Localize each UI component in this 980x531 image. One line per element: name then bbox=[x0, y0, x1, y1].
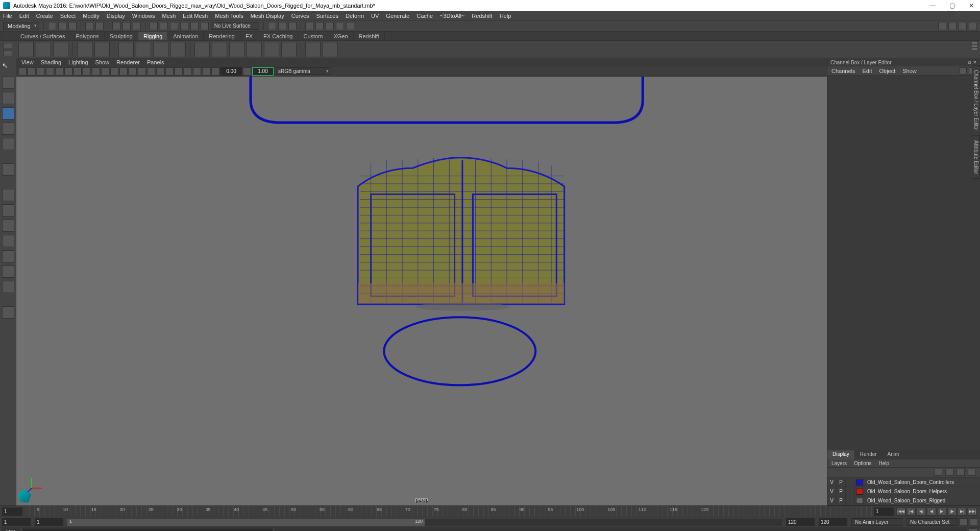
shelf-tab-redshift[interactable]: Redshift bbox=[354, 32, 385, 40]
layout-four-icon[interactable] bbox=[2, 204, 14, 216]
shelf-tab-fx[interactable]: FX bbox=[240, 32, 258, 40]
cb-menu-edit[interactable]: Edit bbox=[862, 68, 872, 74]
character-set-dropdown[interactable]: No Character Set bbox=[906, 518, 958, 526]
move-tool[interactable] bbox=[2, 107, 14, 119]
layer-menu-layers[interactable]: Layers bbox=[831, 461, 847, 466]
command-input[interactable] bbox=[22, 528, 273, 532]
saloon-doors-mesh[interactable] bbox=[358, 158, 565, 304]
exposure-value[interactable]: 0.00 bbox=[220, 67, 242, 76]
shaded-icon[interactable] bbox=[129, 67, 137, 76]
lattice-icon[interactable] bbox=[118, 42, 134, 57]
anim-start-field[interactable]: 1 bbox=[2, 518, 31, 526]
shelf-tab-polygons[interactable]: Polygons bbox=[70, 32, 104, 40]
cb-menu-channels[interactable]: Channels bbox=[831, 68, 855, 74]
xray-icon[interactable] bbox=[184, 67, 192, 76]
grid-toggle-icon[interactable] bbox=[55, 67, 63, 76]
range-handle[interactable] bbox=[67, 519, 425, 526]
play-backward-button[interactable]: ◀ bbox=[927, 508, 936, 516]
minimize-button[interactable]: — bbox=[929, 2, 936, 9]
menu-help[interactable]: Help bbox=[500, 13, 511, 19]
lasso-tool[interactable] bbox=[2, 77, 14, 89]
snap-grid-icon[interactable] bbox=[150, 22, 158, 30]
ik-spline-icon[interactable] bbox=[94, 42, 110, 57]
exposure-icon[interactable] bbox=[211, 67, 219, 76]
mirror-weights-icon[interactable] bbox=[264, 42, 279, 57]
step-back-key-button[interactable]: |◀ bbox=[906, 508, 916, 516]
layer-color-swatch[interactable] bbox=[856, 498, 863, 504]
open-scene-icon[interactable] bbox=[58, 22, 66, 30]
redo-icon[interactable] bbox=[95, 22, 104, 30]
rotate-tool[interactable] bbox=[2, 123, 14, 135]
render-frame-icon[interactable] bbox=[305, 22, 313, 30]
layer-type-toggle[interactable] bbox=[846, 478, 855, 487]
menu-curves[interactable]: Curves bbox=[291, 13, 309, 19]
menu-edit[interactable]: Edit bbox=[19, 13, 29, 19]
step-forward-frame-button[interactable]: |▶ bbox=[947, 508, 957, 516]
smooth-bind-icon[interactable] bbox=[194, 42, 210, 57]
step-forward-key-button[interactable]: ▶| bbox=[958, 508, 967, 516]
menu-display[interactable]: Display bbox=[107, 13, 125, 19]
menu-mesh[interactable]: Mesh bbox=[162, 13, 176, 19]
snap-live-icon[interactable] bbox=[190, 22, 199, 30]
workspace-mode-dropdown[interactable]: Modeling bbox=[3, 22, 39, 30]
ipr-render-icon[interactable] bbox=[315, 22, 324, 30]
safe-action-icon[interactable] bbox=[101, 67, 109, 76]
layout-custom-icon[interactable] bbox=[2, 306, 14, 319]
safe-title-icon[interactable] bbox=[110, 67, 118, 76]
auto-key-icon[interactable] bbox=[960, 518, 968, 526]
maximize-button[interactable]: ▢ bbox=[948, 2, 955, 9]
copy-weights-icon[interactable] bbox=[281, 42, 297, 57]
menu-modify[interactable]: Modify bbox=[83, 13, 99, 19]
use-lights-icon[interactable] bbox=[147, 67, 155, 76]
toggle-channelbox-icon[interactable] bbox=[938, 22, 946, 30]
select-tool[interactable]: ↖ bbox=[2, 61, 14, 74]
rigid-bind-icon[interactable] bbox=[212, 42, 227, 57]
cluster-icon[interactable] bbox=[136, 42, 151, 57]
panel-menu-lighting[interactable]: Lighting bbox=[68, 59, 88, 65]
viewport[interactable]: persp bbox=[16, 77, 827, 505]
layer-menu-help[interactable]: Help bbox=[878, 461, 889, 466]
layer-type-toggle[interactable] bbox=[846, 496, 855, 505]
detach-skin-icon[interactable] bbox=[229, 42, 244, 57]
side-tab-attribute-editor[interactable]: Attribute Editor bbox=[972, 136, 980, 179]
image-plane-icon[interactable] bbox=[46, 67, 54, 76]
new-layer-selected-icon[interactable] bbox=[968, 469, 976, 476]
menu-deform[interactable]: Deform bbox=[346, 13, 364, 19]
panel-menu-shading[interactable]: Shading bbox=[41, 59, 61, 65]
toggle-isolate-icon[interactable] bbox=[278, 22, 286, 30]
menu--dtoall-[interactable]: ~3DtoAll~ bbox=[440, 13, 464, 19]
save-scene-icon[interactable] bbox=[68, 22, 77, 30]
motion-blur-icon[interactable] bbox=[175, 67, 183, 76]
scale-tool[interactable] bbox=[2, 138, 14, 150]
cb-icon-1[interactable] bbox=[960, 67, 967, 75]
shelf-tab-custom[interactable]: Custom bbox=[299, 32, 329, 40]
top-controller-curve[interactable] bbox=[251, 77, 643, 123]
layout-hypershade-icon[interactable] bbox=[2, 281, 14, 293]
playback-end-field[interactable]: 120 bbox=[786, 518, 815, 526]
move-layer-down-icon[interactable] bbox=[945, 469, 953, 476]
shelf-scroll-down[interactable] bbox=[3, 50, 12, 56]
menu-surfaces[interactable]: Surfaces bbox=[316, 13, 338, 19]
cb-menu-object[interactable]: Object bbox=[879, 68, 895, 74]
layer-playback-toggle[interactable]: P bbox=[837, 487, 846, 496]
go-to-start-button[interactable]: |◀◀ bbox=[896, 508, 905, 516]
wrap-icon[interactable] bbox=[170, 42, 186, 57]
film-gate-icon[interactable] bbox=[64, 67, 72, 76]
layer-tab-render[interactable]: Render bbox=[855, 450, 883, 460]
layer-vis-toggle[interactable]: V bbox=[827, 496, 837, 505]
camera-select-icon[interactable] bbox=[18, 67, 27, 76]
anim-layer-dropdown[interactable]: No Anim Layer bbox=[851, 518, 902, 526]
menu-uv[interactable]: UV bbox=[371, 13, 379, 19]
menu-select[interactable]: Select bbox=[60, 13, 76, 19]
layout-two-stacked-icon[interactable] bbox=[2, 235, 14, 247]
play-forward-button[interactable]: ▶ bbox=[937, 508, 946, 516]
paint-weights-icon[interactable] bbox=[247, 42, 262, 57]
time-current-field[interactable]: 1 bbox=[2, 508, 22, 516]
shelf-tab-fx-caching[interactable]: FX Caching bbox=[258, 32, 298, 40]
layer-playback-toggle[interactable]: P bbox=[837, 496, 846, 505]
toggle-modeling-toolkit-icon[interactable] bbox=[969, 22, 977, 30]
menu-create[interactable]: Create bbox=[36, 13, 53, 19]
cb-menu-show[interactable]: Show bbox=[902, 68, 917, 74]
insert-joint-icon[interactable] bbox=[36, 42, 51, 57]
gamma-value[interactable]: 1.00 bbox=[252, 67, 274, 76]
